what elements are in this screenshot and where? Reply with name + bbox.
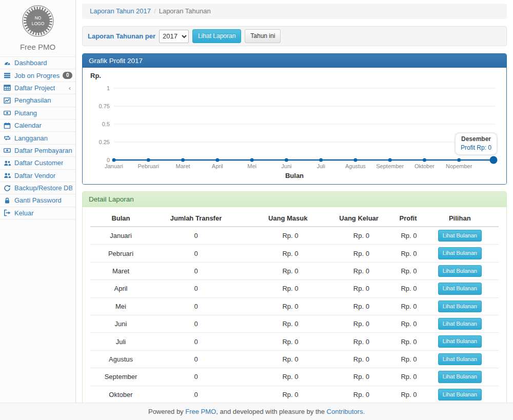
cell-bulan: Oktober (90, 386, 151, 403)
sidebar-item-piutang[interactable]: Piutang (0, 107, 75, 119)
table-row-mei: Mei0Rp. 0Rp. 0Rp. 0Lihat Bulanan (90, 297, 499, 315)
sidebar-item-job-on-progress[interactable]: Job on Progress0 (0, 69, 75, 82)
y-tick-label: 0.5 (102, 121, 110, 127)
x-tick-label: Nopember (446, 163, 472, 169)
cell-bulan: Januari (90, 227, 151, 245)
current-year-button[interactable]: Tahun ini (245, 29, 281, 43)
cell-bulan: Pebruari (90, 245, 151, 262)
svg-text:NO: NO (34, 15, 41, 21)
cell-bulan: Mei (90, 297, 151, 315)
chart-point-agustus[interactable] (353, 158, 357, 162)
cell-bulan: Juni (90, 315, 151, 332)
view-report-button[interactable]: Lihat Laporan (192, 29, 241, 43)
sidebar-item-langganan[interactable]: Langganan (0, 132, 75, 144)
report-table: BulanJumlah TransferUang MasukUang Kelua… (90, 210, 499, 420)
table-row-pebruari: Pebruari0Rp. 0Rp. 0Rp. 0Lihat Bulanan (90, 245, 499, 262)
view-monthly-button[interactable]: Lihat Bulanan (438, 389, 482, 401)
column-header-pilihan: Pilihan (421, 210, 499, 227)
sidebar-item-daftar-customer[interactable]: Daftar Customer (0, 157, 75, 169)
cell-pilihan: Lihat Bulanan (421, 245, 499, 262)
sidebar-item-daftar-pembayaran[interactable]: Daftar Pembayaran (0, 145, 75, 157)
sidebar-item-daftar-vendor[interactable]: Daftar Vendor (0, 170, 75, 182)
footer-link-contributors[interactable]: Contributors. (327, 408, 365, 415)
chart-point-pebruari[interactable] (147, 158, 150, 162)
sidebar-item-keluar[interactable]: Keluar (0, 207, 75, 219)
table-row-maret: Maret0Rp. 0Rp. 0Rp. 0Lihat Bulanan (90, 262, 499, 279)
chart-point-juli[interactable] (319, 158, 323, 162)
cell-uang_keluar: Rp. 0 (311, 280, 382, 297)
cell-pilihan: Lihat Bulanan (421, 368, 499, 386)
chart-point-juni[interactable] (285, 158, 288, 162)
cell-profit: Rp. 0 (383, 245, 421, 262)
view-monthly-button[interactable]: Lihat Bulanan (438, 335, 482, 347)
view-monthly-button[interactable]: Lihat Bulanan (438, 230, 482, 242)
cell-uang_keluar: Rp. 0 (311, 368, 382, 386)
x-tick-label: Pebruari (137, 163, 159, 169)
cell-uang_keluar: Rp. 0 (311, 315, 382, 332)
y-tick-label: 0 (107, 157, 110, 163)
sidebar-item-ganti-password[interactable]: Ganti Password (0, 194, 75, 207)
breadcrumb-separator: / (151, 7, 159, 15)
cell-bulan: September (90, 368, 151, 386)
cell-uang_masuk: Rp. 0 (241, 386, 311, 403)
cell-uang_masuk: Rp. 0 (241, 245, 311, 262)
table-row-april: April0Rp. 0Rp. 0Rp. 0Lihat Bulanan (90, 280, 499, 297)
breadcrumb-link[interactable]: Laporan Tahun 2017 (90, 7, 151, 15)
chart-point-april[interactable] (215, 158, 219, 162)
view-monthly-button[interactable]: Lihat Bulanan (438, 301, 482, 312)
retweet-icon (4, 134, 11, 142)
cell-profit: Rp. 0 (383, 297, 421, 315)
chart-point-nopember[interactable] (457, 158, 461, 162)
cell-profit: Rp. 0 (383, 315, 421, 332)
sidebar-item-label: Daftar Pembayaran (14, 147, 72, 154)
cell-jumlah_transfer: 0 (151, 280, 241, 297)
chart-point-desember[interactable] (490, 156, 498, 164)
sidebar-item-dashboard[interactable]: Dashboard (0, 57, 75, 69)
cell-bulan: Juli (90, 333, 151, 350)
users-icon (4, 172, 11, 179)
sidebar-item-penghasilan[interactable]: Penghasilan (0, 94, 75, 107)
report-filter-bar: Laporan Tahunan per 2017 Lihat Laporan T… (82, 26, 507, 46)
x-tick-label: Oktober (415, 163, 435, 169)
view-monthly-button[interactable]: Lihat Bulanan (438, 353, 482, 365)
view-monthly-button[interactable]: Lihat Bulanan (438, 318, 482, 330)
cell-uang_keluar: Rp. 0 (311, 245, 382, 262)
cell-jumlah_transfer: 0 (151, 333, 241, 350)
chart-point-oktober[interactable] (423, 158, 426, 162)
sidebar-item-label: Langganan (14, 134, 48, 142)
chart-point-september[interactable] (388, 158, 392, 162)
sidebar-item-label: Job on Progress (14, 72, 60, 79)
profit-chart-panel: Grafik Profit 2017 Rp. 00.250.50.751Janu… (82, 53, 507, 185)
view-monthly-button[interactable]: Lihat Bulanan (438, 371, 482, 383)
svg-text:LOGO: LOGO (31, 21, 44, 26)
cell-jumlah_transfer: 0 (151, 368, 241, 386)
detail-report-panel: Detail Laporan BulanJumlah TransferUang … (82, 191, 507, 420)
refresh-icon (4, 185, 11, 192)
table-row-juli: Juli0Rp. 0Rp. 0Rp. 0Lihat Bulanan (90, 333, 499, 350)
lock-icon (4, 197, 11, 204)
money-icon (4, 109, 11, 116)
year-select[interactable]: 2017 (159, 30, 189, 43)
brand-text: Free PMO (0, 43, 75, 51)
x-tick-label: Maret (175, 163, 190, 169)
tooltip-value: Profit Rp: 0 (461, 144, 491, 151)
chart-point-januari[interactable] (112, 158, 116, 162)
sidebar-item-backup-restore-db[interactable]: Backup/Restore DB (0, 182, 75, 194)
view-monthly-button[interactable]: Lihat Bulanan (438, 265, 482, 277)
cell-uang_masuk: Rp. 0 (241, 280, 311, 297)
cell-jumlah_transfer: 0 (151, 297, 241, 315)
chart-point-maret[interactable] (181, 158, 185, 162)
view-monthly-button[interactable]: Lihat Bulanan (438, 283, 482, 294)
footer-link-free-pmo[interactable]: Free PMO (185, 408, 216, 415)
cell-profit: Rp. 0 (383, 368, 421, 386)
sidebar-item-daftar-project[interactable]: Daftar Project‹ (0, 82, 75, 94)
dashboard-icon (4, 59, 11, 67)
chart-point-mei[interactable] (250, 158, 254, 162)
cell-uang_masuk: Rp. 0 (241, 227, 311, 245)
view-monthly-button[interactable]: Lihat Bulanan (438, 247, 482, 259)
cell-profit: Rp. 0 (383, 386, 421, 403)
sidebar-item-calendar[interactable]: Calendar (0, 119, 75, 132)
table-row-september: September0Rp. 0Rp. 0Rp. 0Lihat Bulanan (90, 368, 499, 386)
cell-uang_masuk: Rp. 0 (241, 333, 311, 350)
column-header-uang-keluar: Uang Keluar (311, 210, 382, 227)
